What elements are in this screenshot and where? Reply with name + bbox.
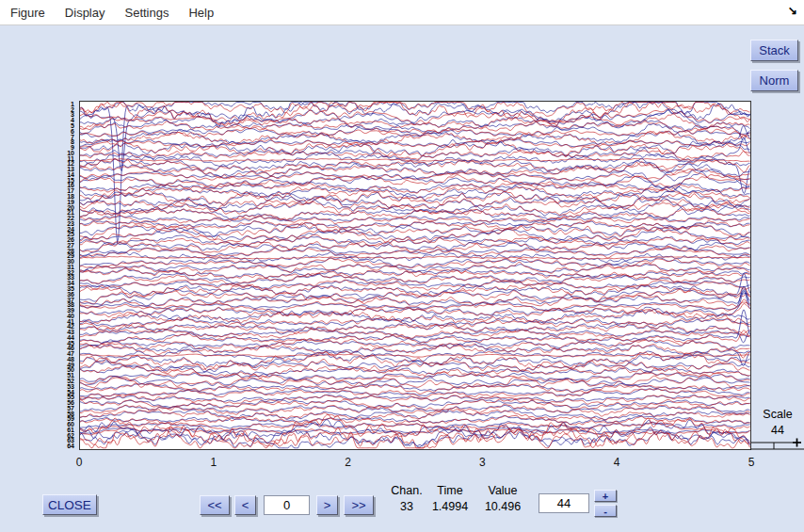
back-button[interactable]: <: [234, 495, 256, 515]
menu-help[interactable]: Help: [185, 4, 217, 22]
time-tick-label: 4: [614, 456, 620, 469]
scale-indicator-value: 44: [752, 424, 803, 437]
channel-label: 36: [53, 292, 74, 297]
scale-ruler: [750, 437, 804, 452]
time-tick-label: 3: [479, 456, 486, 469]
forward-button[interactable]: >: [316, 495, 338, 515]
menu-display[interactable]: Display: [62, 4, 108, 22]
dock-figure-icon[interactable]: ↘: [788, 4, 797, 17]
value-readout-value: 10.496: [476, 500, 529, 513]
time-tick-label: 5: [748, 456, 755, 469]
scale-input[interactable]: [539, 493, 589, 513]
stack-button[interactable]: Stack: [750, 40, 798, 61]
value-readout-label: Value: [476, 484, 529, 497]
channel-label: 64: [53, 443, 74, 448]
time-tick-label: 1: [210, 456, 217, 469]
scale-decrease-button[interactable]: -: [594, 505, 617, 517]
menu-bar: Figure Display Settings Help: [0, 0, 804, 25]
time-readout-value: 1.4994: [426, 500, 474, 513]
norm-button[interactable]: Norm: [750, 70, 798, 91]
close-button[interactable]: CLOSE: [42, 494, 97, 515]
eeg-plot-area[interactable]: [79, 101, 751, 450]
chan-readout-label: Chan.: [384, 484, 429, 497]
position-input[interactable]: [264, 495, 310, 515]
menu-figure[interactable]: Figure: [8, 4, 48, 22]
scale-increase-button[interactable]: +: [594, 490, 617, 502]
menu-settings[interactable]: Settings: [121, 4, 171, 22]
time-readout-label: Time: [426, 484, 474, 497]
time-axis: 012345: [79, 456, 751, 471]
eeg-scroll-window: Figure Display Settings Help ↘ Stack Nor…: [0, 0, 804, 532]
scale-label: Scale: [752, 408, 803, 421]
chan-readout-value: 33: [384, 500, 429, 513]
channel-label: 19: [53, 200, 74, 204]
channel-axis-labels: 1234567891011121314151617181920212223242…: [53, 101, 77, 450]
eeg-traces-canvas[interactable]: [80, 102, 750, 449]
fast-forward-button[interactable]: >>: [344, 495, 374, 515]
time-tick-label: 0: [76, 456, 83, 469]
fast-back-button[interactable]: <<: [200, 495, 230, 515]
time-tick-label: 2: [345, 456, 351, 469]
